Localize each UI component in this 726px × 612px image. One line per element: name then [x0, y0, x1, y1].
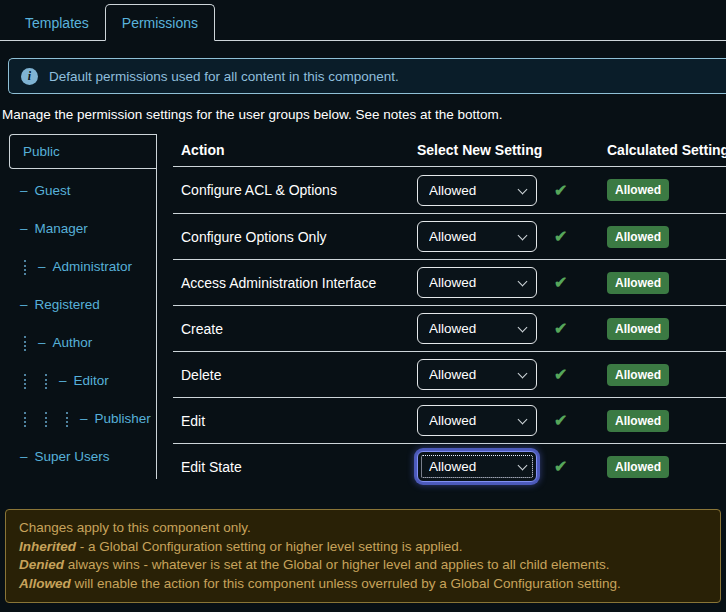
status-badge: Allowed [607, 410, 669, 432]
tree-item-label: Editor [74, 373, 109, 388]
tree-indent-guide [45, 412, 47, 427]
setting-select-wrap: Allowed [417, 451, 537, 482]
tree-item-guest[interactable]: –Guest [9, 172, 156, 210]
tab-bar: Templates Permissions [0, 0, 726, 41]
table-body: Configure ACL & Options Allowed ✔ Allowe… [173, 167, 726, 489]
tree-item-label: Public [23, 144, 60, 159]
tree-dash: – [38, 259, 46, 274]
tree-item-author[interactable]: –Author [9, 324, 156, 362]
table-row: Configure ACL & Options Allowed ✔ Allowe… [173, 167, 726, 213]
tab-templates[interactable]: Templates [9, 5, 105, 40]
setting-select-wrap: Allowed [417, 267, 537, 298]
tab-permissions[interactable]: Permissions [105, 4, 215, 41]
check-icon: ✔ [554, 182, 567, 199]
tree-item-label: Publisher [95, 411, 151, 426]
tree-item-editor[interactable]: –Editor [9, 362, 156, 400]
info-alert: Default permissions used for all content… [8, 58, 726, 94]
check-icon: ✔ [554, 458, 567, 475]
setting-select-wrap: Allowed [417, 359, 537, 390]
table-row: Edit Allowed ✔ Allowed [173, 397, 726, 443]
table-row: Create Allowed ✔ Allowed [173, 305, 726, 351]
column-header-select-new-setting: Select New Setting [417, 142, 607, 158]
setting-select-wrap: Allowed [417, 175, 537, 206]
action-label: Access Administration Interface [173, 275, 417, 291]
action-label: Configure ACL & Options [173, 182, 417, 198]
table-row: Access Administration Interface Allowed … [173, 259, 726, 305]
info-icon [21, 68, 38, 85]
column-header-action: Action [173, 142, 417, 158]
action-label: Configure Options Only [173, 229, 417, 245]
tree-item-administrator[interactable]: –Administrator [9, 248, 156, 286]
setting-select[interactable]: Allowed [417, 313, 537, 344]
check-icon: ✔ [554, 228, 567, 245]
note-line: Allowed will enable the action for this … [19, 575, 707, 594]
permissions-content: Public –Guest –Manager –Administrator –R… [9, 134, 726, 489]
tree-dash: – [59, 373, 67, 388]
note-line: Inherited - a Global Configuration setti… [19, 538, 707, 557]
setting-select[interactable]: Allowed [417, 267, 537, 298]
note-line: Changes apply to this component only. [19, 519, 707, 538]
tree-item-label: Administrator [53, 259, 133, 274]
table-row: Delete Allowed ✔ Allowed [173, 351, 726, 397]
user-group-tree: Public –Guest –Manager –Administrator –R… [9, 134, 157, 479]
tree-item-publisher[interactable]: –Publisher [9, 400, 156, 438]
setting-select[interactable]: Allowed [417, 451, 537, 482]
setting-select-wrap: Allowed [417, 405, 537, 436]
tree-item-label: Registered [35, 297, 100, 312]
permissions-table: Action Select New Setting Calculated Set… [173, 134, 726, 489]
table-row: Configure Options Only Allowed ✔ Allowed [173, 213, 726, 259]
check-icon: ✔ [554, 366, 567, 383]
tree-indent-guide [24, 336, 26, 351]
status-badge: Allowed [607, 272, 669, 294]
tree-item-manager[interactable]: –Manager [9, 210, 156, 248]
check-icon: ✔ [554, 412, 567, 429]
check-icon: ✔ [554, 274, 567, 291]
note-line: Denied always wins - whatever is set at … [19, 556, 707, 575]
status-badge: Allowed [607, 364, 669, 386]
action-label: Edit State [173, 459, 417, 475]
tree-item-label: Super Users [35, 449, 110, 464]
tree-indent-guide [24, 412, 26, 427]
setting-select-wrap: Allowed [417, 313, 537, 344]
action-label: Edit [173, 413, 417, 429]
alert-text: Default permissions used for all content… [49, 69, 399, 84]
table-header-row: Action Select New Setting Calculated Set… [173, 134, 726, 167]
tree-item-label: Guest [35, 183, 71, 198]
status-badge: Allowed [607, 179, 669, 201]
intro-text: Manage the permission settings for the u… [2, 107, 726, 122]
tree-item-label: Author [53, 335, 93, 350]
setting-select-wrap: Allowed [417, 221, 537, 252]
tree-indent-guide [66, 412, 68, 427]
permissions-page: Templates Permissions Default permission… [0, 0, 726, 603]
table-row: Edit State Allowed ✔ Allowed [173, 443, 726, 489]
tree-dash: – [20, 449, 28, 464]
tree-item-super-users[interactable]: –Super Users [9, 438, 156, 476]
check-icon: ✔ [554, 320, 567, 337]
tree-dash: – [20, 183, 28, 198]
tree-item-public[interactable]: Public [9, 134, 156, 169]
tree-item-registered[interactable]: –Registered [9, 286, 156, 324]
setting-select[interactable]: Allowed [417, 405, 537, 436]
setting-select[interactable]: Allowed [417, 221, 537, 252]
setting-select[interactable]: Allowed [417, 359, 537, 390]
tree-dash: – [38, 335, 46, 350]
setting-select[interactable]: Allowed [417, 175, 537, 206]
tree-indent-guide [45, 374, 47, 389]
status-badge: Allowed [607, 456, 669, 478]
action-label: Create [173, 321, 417, 337]
tree-indent-guide [24, 374, 26, 389]
status-badge: Allowed [607, 226, 669, 248]
column-header-calculated-setting: Calculated Setting [607, 142, 726, 158]
tree-dash: – [20, 297, 28, 312]
tree-indent-guide [24, 260, 26, 275]
action-label: Delete [173, 367, 417, 383]
status-badge: Allowed [607, 318, 669, 340]
tree-dash: – [20, 221, 28, 236]
notes-panel: Changes apply to this component only. In… [5, 509, 721, 603]
tree-item-label: Manager [35, 221, 88, 236]
tree-dash: – [80, 411, 88, 426]
